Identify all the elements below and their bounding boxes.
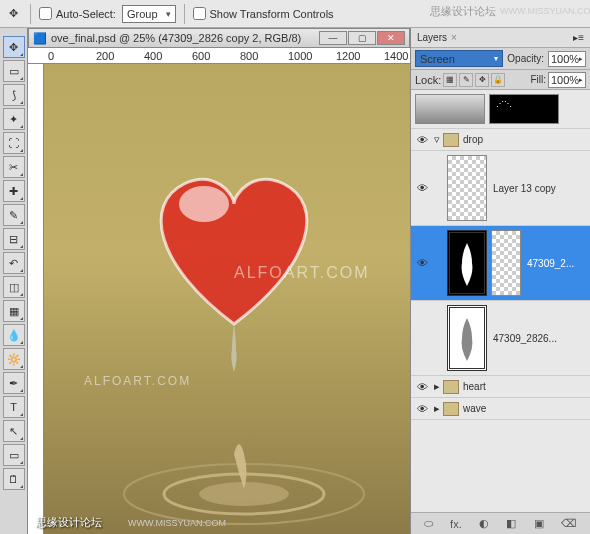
workspace: ✥ ▭ ⟆ ✦ ⛶ ✂ ✚ ✎ ⊟ ↶ ◫ ▦ 💧 🔆 ✒ T ↖ ▭ 🗒 🟦 …	[0, 28, 590, 534]
drip-artwork	[226, 324, 242, 374]
document-title: ove_final.psd @ 25% (47309_2826 copy 2, …	[51, 32, 301, 44]
layer-group-heart[interactable]: 👁 ▸ heart	[411, 376, 590, 398]
smart-object-thumb	[447, 305, 487, 371]
new-layer-icon[interactable]: ▣	[534, 517, 544, 530]
layer-name[interactable]: 47309_2...	[523, 258, 588, 269]
layer-group-wave[interactable]: 👁 ▸ wave	[411, 398, 590, 420]
heal-tool[interactable]: ✚	[3, 180, 25, 202]
fill-input[interactable]: 100%▸	[548, 72, 586, 88]
close-tab-icon[interactable]: ×	[451, 32, 457, 43]
folder-icon	[443, 380, 459, 394]
bottom-watermark-url: WWW.MISSYUAN.COM	[128, 518, 226, 528]
layers-tab[interactable]: Layers × ▸≡	[411, 28, 590, 48]
bottom-watermark: 思缘设计论坛	[36, 515, 102, 530]
visibility-icon[interactable]: 👁	[413, 182, 431, 194]
delete-layer-icon[interactable]: ⌫	[561, 517, 577, 530]
layer-top-thumbs[interactable]: ⋰⋱	[411, 90, 590, 129]
lock-transparent-icon[interactable]: ▦	[443, 73, 457, 87]
visibility-icon[interactable]: 👁	[413, 257, 431, 269]
layer-group-drop[interactable]: 👁 ▿ drop	[411, 129, 590, 151]
ps-icon: 🟦	[33, 32, 47, 45]
opacity-input[interactable]: 100%▸	[548, 51, 586, 67]
stamp-tool[interactable]: ⊟	[3, 228, 25, 250]
show-transform-checkbox[interactable]: Show Transform Controls	[193, 7, 334, 20]
mask-thumb: ⋰⋱	[489, 94, 559, 124]
svg-point-0	[179, 186, 229, 222]
auto-select-label: Auto-Select:	[56, 8, 116, 20]
auto-select-checkbox[interactable]: Auto-Select:	[39, 7, 116, 20]
layer-name[interactable]: drop	[459, 134, 588, 145]
lock-row: Lock: ▦ ✎ ✥ 🔒 Fill: 100%▸	[411, 70, 590, 90]
move-tool[interactable]: ✥	[3, 36, 25, 58]
layer-row[interactable]: 47309_2826...	[411, 301, 590, 376]
vertical-ruler[interactable]	[28, 64, 44, 534]
lock-all-icon[interactable]: 🔒	[491, 73, 505, 87]
lock-label: Lock:	[415, 74, 441, 86]
expand-icon[interactable]: ▸	[431, 380, 443, 393]
expand-icon[interactable]: ▸	[431, 402, 443, 415]
visibility-icon[interactable]: 👁	[413, 134, 431, 146]
layer-mask-icon[interactable]: ◐	[479, 517, 489, 530]
type-tool[interactable]: T	[3, 396, 25, 418]
path-tool[interactable]: ↖	[3, 420, 25, 442]
blur-tool[interactable]: 💧	[3, 324, 25, 346]
minimize-button[interactable]: —	[319, 31, 347, 45]
layers-panel: Layers × ▸≡ Screen Opacity: 100%▸ Lock: …	[410, 28, 590, 534]
separator	[184, 4, 185, 24]
shape-tool[interactable]: ▭	[3, 444, 25, 466]
document-area: 🟦 ove_final.psd @ 25% (47309_2826 copy 2…	[28, 28, 410, 534]
expand-icon[interactable]: ▿	[431, 133, 443, 146]
visibility-icon[interactable]: 👁	[413, 403, 431, 415]
layer-row-selected[interactable]: 👁 47309_2...	[411, 226, 590, 301]
eraser-tool[interactable]: ◫	[3, 276, 25, 298]
tools-panel: ✥ ▭ ⟆ ✦ ⛶ ✂ ✚ ✎ ⊟ ↶ ◫ ▦ 💧 🔆 ✒ T ↖ ▭ 🗒	[0, 28, 28, 534]
history-brush-tool[interactable]: ↶	[3, 252, 25, 274]
wand-tool[interactable]: ✦	[3, 108, 25, 130]
lasso-tool[interactable]: ⟆	[3, 84, 25, 106]
lock-pixels-icon[interactable]: ✎	[459, 73, 473, 87]
brush-tool[interactable]: ✎	[3, 204, 25, 226]
image-watermark: ALFOART.COM	[84, 374, 191, 388]
marquee-tool[interactable]: ▭	[3, 60, 25, 82]
show-transform-label: Show Transform Controls	[210, 8, 334, 20]
slice-tool[interactable]: ✂	[3, 156, 25, 178]
layer-thumb	[447, 155, 487, 221]
texture-thumb	[415, 94, 485, 124]
link-layers-icon[interactable]: ⬭	[424, 517, 433, 530]
watermark-url: WWW.MISSYUAN.COM	[500, 6, 590, 16]
move-tool-icon: ✥	[4, 5, 22, 23]
canvas[interactable]: ALFOART.COM ALFOART.COM	[44, 64, 410, 534]
blend-mode-dropdown[interactable]: Screen	[415, 50, 503, 67]
pen-tool[interactable]: ✒	[3, 372, 25, 394]
crop-tool[interactable]: ⛶	[3, 132, 25, 154]
watermark-text: 思缘设计论坛	[430, 4, 496, 19]
layer-style-icon[interactable]: fx.	[450, 518, 462, 530]
layer-name[interactable]: 47309_2826...	[489, 333, 588, 344]
dodge-tool[interactable]: 🔆	[3, 348, 25, 370]
smart-object-thumb	[447, 230, 487, 296]
layer-row[interactable]: 👁 Layer 13 copy	[411, 151, 590, 226]
notes-tool[interactable]: 🗒	[3, 468, 25, 490]
gradient-tool[interactable]: ▦	[3, 300, 25, 322]
auto-select-dropdown[interactable]: Group	[122, 5, 176, 23]
lock-position-icon[interactable]: ✥	[475, 73, 489, 87]
layer-name[interactable]: heart	[459, 381, 588, 392]
visibility-icon[interactable]: 👁	[413, 381, 431, 393]
layer-name[interactable]: Layer 13 copy	[489, 183, 588, 194]
fill-label: Fill:	[530, 74, 546, 85]
document-titlebar: 🟦 ove_final.psd @ 25% (47309_2826 copy 2…	[28, 28, 410, 48]
canvas-image: ALFOART.COM ALFOART.COM	[44, 64, 410, 534]
layer-name[interactable]: wave	[459, 403, 588, 414]
panel-menu-icon[interactable]: ▸≡	[573, 32, 584, 43]
folder-icon	[443, 402, 459, 416]
horizontal-ruler[interactable]: 0 200 400 600 800 1000 1200 1400	[28, 48, 410, 64]
opacity-label: Opacity:	[507, 53, 544, 64]
separator	[30, 4, 31, 24]
folder-icon	[443, 133, 459, 147]
adjustment-layer-icon[interactable]: ◧	[506, 517, 516, 530]
layers-footer: ⬭ fx. ◐ ◧ ▣ ⌫	[411, 512, 590, 534]
heart-artwork	[134, 154, 334, 334]
close-button[interactable]: ✕	[377, 31, 405, 45]
maximize-button[interactable]: ▢	[348, 31, 376, 45]
layer-mask-thumb	[491, 230, 521, 296]
